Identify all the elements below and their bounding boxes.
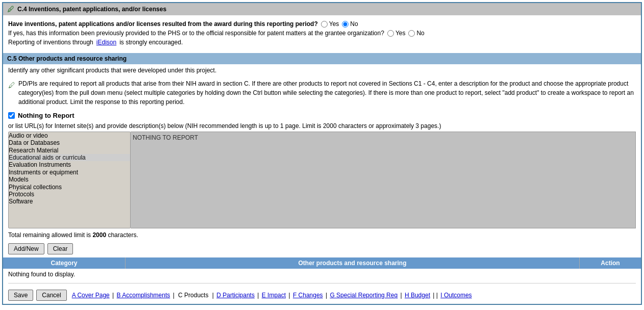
c4-q1-no-group: No bbox=[342, 20, 358, 28]
product-buttons: Add/New Clear bbox=[3, 240, 641, 257]
category-listbox[interactable]: Audio or video Data or Databases Researc… bbox=[8, 132, 131, 228]
char-limit-prefix: Total remaining allowed limit is bbox=[8, 231, 92, 239]
nav-special-reporting[interactable]: G Special Reporting Req bbox=[330, 292, 398, 299]
cat-instruments: Instruments or equipment bbox=[9, 169, 130, 176]
nav-sep5: | bbox=[288, 292, 291, 299]
cat-software: Software bbox=[9, 198, 130, 205]
clear-button[interactable]: Clear bbox=[47, 243, 73, 254]
c4-q2-no-radio[interactable] bbox=[408, 30, 415, 37]
char-limit-suffix: characters. bbox=[106, 231, 138, 239]
cat-data: Data or Databases bbox=[9, 139, 130, 146]
nav-sep6: | bbox=[326, 292, 329, 299]
table-header: Category Other products and resource sha… bbox=[3, 257, 641, 269]
url-sublabel: (NIH recommended length is up to 1 page.… bbox=[185, 122, 441, 130]
nothing-to-report-checkbox[interactable] bbox=[8, 112, 15, 119]
c4-q2-yes-radio[interactable] bbox=[387, 30, 394, 37]
cat-evaluation: Evaluation Instruments bbox=[9, 161, 130, 168]
char-limit-text: Total remaining allowed limit is 2000 ch… bbox=[3, 230, 641, 240]
url-instruction: or list URL(s) for Internet site(s) and … bbox=[3, 122, 641, 132]
nav-participants[interactable]: D Participants bbox=[216, 292, 255, 299]
product-textarea[interactable]: NOTHING TO REPORT bbox=[131, 132, 636, 228]
c4-iedison-note: Reporting of inventions through iEdison … bbox=[8, 39, 636, 46]
textarea-container: NOTHING TO REPORT bbox=[131, 132, 636, 230]
cat-educational: Educational aids or curricula bbox=[9, 154, 130, 161]
c4-header: 🖊 C.4 Inventions, patent applications, a… bbox=[3, 3, 641, 15]
c5-pi-note: 🖊 PD/PIs are required to report all prod… bbox=[3, 77, 641, 109]
cat-physical: Physical collections bbox=[9, 184, 130, 191]
c4-q1-yes-label: Yes bbox=[329, 20, 339, 28]
cat-audio: Audio or video bbox=[9, 132, 130, 139]
products-area: Audio or video Data or Databases Researc… bbox=[3, 132, 641, 230]
table-col-other-header: Other products and resource sharing bbox=[126, 257, 580, 269]
c4-q2-yes-group: Yes bbox=[387, 30, 406, 37]
add-new-button[interactable]: Add/New bbox=[8, 243, 44, 254]
c4-q2-text: If yes, has this information been previo… bbox=[8, 30, 384, 37]
c4-title: C.4 Inventions, patent applications, and… bbox=[17, 6, 166, 13]
nothing-to-report-label: Nothing to Report bbox=[18, 112, 74, 119]
nav-sep4: | bbox=[257, 292, 260, 299]
c4-q2-no-label: No bbox=[416, 30, 424, 37]
nothing-to-report-row: Nothing to Report bbox=[3, 109, 641, 122]
c5-title: C.5 Other products and resource sharing bbox=[7, 55, 127, 62]
nav-products: C Products bbox=[178, 292, 208, 299]
table-empty-message: Nothing found to display. bbox=[8, 271, 75, 278]
nav-sep2: | bbox=[173, 292, 176, 299]
c4-reporting-text: Reporting of inventions through bbox=[8, 39, 93, 46]
category-list-container: Audio or video Data or Databases Researc… bbox=[8, 132, 131, 230]
nav-outcomes[interactable]: I Outcomes bbox=[440, 292, 472, 299]
c4-reporting-text2: is strongly encouraged. bbox=[119, 39, 183, 46]
cat-protocols: Protocols bbox=[9, 191, 130, 198]
pi-note-text: PD/PIs are required to report all produc… bbox=[18, 79, 636, 107]
main-container: 🖊 C.4 Inventions, patent applications, a… bbox=[2, 2, 642, 305]
table-col-category-header: Category bbox=[3, 257, 126, 269]
footer-divider bbox=[8, 283, 636, 283]
url-instruction-text: or list URL(s) for Internet site(s) and … bbox=[8, 122, 183, 130]
cancel-button[interactable]: Cancel bbox=[36, 290, 66, 301]
c4-q1-yes-group: Yes bbox=[321, 20, 339, 28]
pi-note-icon: 🖊 bbox=[8, 80, 15, 107]
cat-research: Research Material bbox=[9, 147, 130, 154]
nav-accomplishments[interactable]: B Accomplishments bbox=[117, 292, 170, 299]
nav-impact[interactable]: E Impact bbox=[262, 292, 286, 299]
nav-sep3: | bbox=[212, 292, 215, 299]
c4-content: Have inventions, patent applications and… bbox=[3, 15, 641, 51]
cat-models: Models bbox=[9, 176, 130, 183]
c4-q1-yes-radio[interactable] bbox=[321, 21, 328, 28]
c5-description: Identify any other significant products … bbox=[3, 64, 641, 77]
save-button[interactable]: Save bbox=[8, 290, 33, 301]
c4-question2: If yes, has this information been previo… bbox=[8, 30, 636, 37]
nav-budget[interactable]: H Budget bbox=[405, 292, 430, 299]
iedison-link[interactable]: iEdison bbox=[96, 39, 116, 46]
nav-sep7: | bbox=[400, 292, 403, 299]
nav-sep8: | | bbox=[433, 292, 439, 299]
table-body: Nothing found to display. bbox=[3, 269, 641, 280]
c5-header: C.5 Other products and resource sharing bbox=[3, 53, 641, 64]
c4-q2-no-group: No bbox=[408, 30, 424, 37]
c4-q1-no-radio[interactable] bbox=[342, 21, 349, 28]
char-limit-number: 2000 bbox=[92, 231, 106, 239]
footer-nav: A Cover Page | B Accomplishments | C Pro… bbox=[72, 292, 472, 299]
c4-q2-yes-label: Yes bbox=[395, 30, 406, 37]
c4-q1-no-label: No bbox=[350, 20, 358, 28]
nav-changes[interactable]: F Changes bbox=[293, 292, 323, 299]
table-col-action-header: Action bbox=[580, 257, 641, 269]
c4-question1: Have inventions, patent applications and… bbox=[8, 20, 636, 28]
c4-icon: 🖊 bbox=[7, 5, 14, 13]
nav-cover-page[interactable]: A Cover Page bbox=[72, 292, 110, 299]
nav-sep1: | bbox=[112, 292, 115, 299]
footer-row: Save Cancel A Cover Page | B Accomplishm… bbox=[3, 287, 641, 304]
c4-q1-text: Have inventions, patent applications and… bbox=[8, 20, 318, 28]
